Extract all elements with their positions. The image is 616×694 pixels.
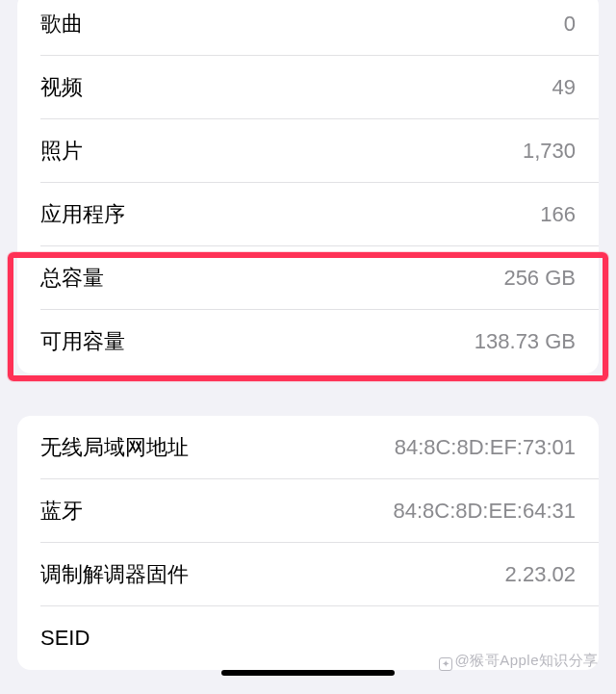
value-songs: 0 [564,12,576,37]
label-total-capacity: 总容量 [40,264,104,293]
value-bluetooth: 84:8C:8D:EE:64:31 [393,499,576,524]
row-photos[interactable]: 照片 1,730 [17,119,599,183]
row-apps[interactable]: 应用程序 166 [17,183,599,246]
value-modem-firmware: 2.23.02 [505,562,576,587]
label-photos: 照片 [40,137,83,166]
about-section-network: 无线局域网地址 84:8C:8D:EF:73:01 蓝牙 84:8C:8D:EE… [17,416,599,670]
value-videos: 49 [552,75,576,100]
home-indicator[interactable] [221,670,395,676]
watermark-icon: ✦ [439,657,452,671]
label-apps: 应用程序 [40,200,125,229]
row-bluetooth[interactable]: 蓝牙 84:8C:8D:EE:64:31 [17,479,599,543]
value-apps: 166 [540,202,576,227]
row-modem-firmware[interactable]: 调制解调器固件 2.23.02 [17,543,599,606]
row-songs[interactable]: 歌曲 0 [17,0,599,56]
label-modem-firmware: 调制解调器固件 [40,560,189,589]
label-songs: 歌曲 [40,10,83,39]
about-section-media-storage: 歌曲 0 视频 49 照片 1,730 应用程序 166 总容量 256 GB … [17,0,599,373]
label-bluetooth: 蓝牙 [40,497,83,526]
value-total-capacity: 256 GB [503,266,576,291]
value-photos: 1,730 [523,139,576,164]
label-seid: SEID [40,626,90,651]
value-available-capacity: 138.73 GB [475,329,576,354]
label-videos: 视频 [40,73,83,102]
row-total-capacity[interactable]: 总容量 256 GB [17,246,599,310]
row-available-capacity[interactable]: 可用容量 138.73 GB [17,310,599,373]
value-wifi-address: 84:8C:8D:EF:73:01 [395,435,576,460]
row-videos[interactable]: 视频 49 [17,56,599,119]
label-wifi-address: 无线局域网地址 [40,433,189,462]
label-available-capacity: 可用容量 [40,327,125,356]
watermark-label: @猴哥Apple知识分享 [454,652,599,668]
row-wifi-address[interactable]: 无线局域网地址 84:8C:8D:EF:73:01 [17,416,599,479]
watermark-text: ✦@猴哥Apple知识分享 [439,652,599,671]
